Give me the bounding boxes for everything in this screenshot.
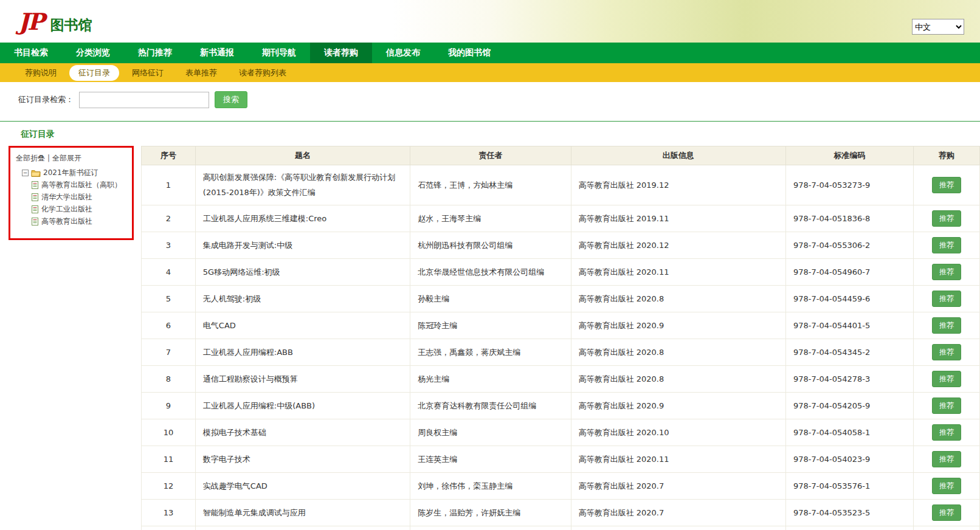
nav-item-7[interactable]: 我的图书馆 bbox=[434, 43, 505, 63]
table-row: 9 工业机器人应用编程:中级(ABB) 北京赛育达科教有限责任公司组编 高等教育… bbox=[142, 393, 980, 419]
tree-item-publisher[interactable]: 清华大学出版社 bbox=[32, 192, 128, 202]
cell-no: 11 bbox=[142, 446, 196, 473]
cell-publisher: 高等教育出版社 2019.12 bbox=[571, 165, 785, 205]
expand-all-link[interactable]: 全部展开 bbox=[52, 154, 81, 162]
recommend-button[interactable]: 推荐 bbox=[932, 317, 961, 334]
cell-no: 4 bbox=[142, 259, 196, 286]
search-label: 征订目录检索： bbox=[18, 94, 74, 105]
sub-nav: 荐购说明征订目录网络征订表单推荐读者荐购列表 bbox=[0, 63, 980, 82]
table-row: 8 通信工程勘察设计与概预算 杨光主编 高等教育出版社 2020.8 978-7… bbox=[142, 366, 980, 393]
catalog-tree-panel: 全部折叠|全部展开 2021年新书征订 高等 bbox=[9, 146, 134, 240]
cell-title: 工业机器人应用编程:中级(ABB) bbox=[195, 393, 410, 419]
section-title: 征订目录 bbox=[21, 129, 980, 140]
cell-title: 电路基础 bbox=[195, 526, 410, 530]
subnav-item-2[interactable]: 网络征订 bbox=[123, 65, 173, 81]
nav-item-6[interactable]: 信息发布 bbox=[372, 43, 434, 63]
main-nav: 书目检索分类浏览热门推荐新书通报期刊导航读者荐购信息发布我的图书馆 bbox=[0, 43, 980, 63]
cell-author: 孙毅主编 bbox=[410, 286, 571, 312]
column-header-0: 序号 bbox=[142, 146, 196, 165]
tree-item-publisher[interactable]: 化学工业出版社 bbox=[32, 204, 128, 215]
table-row: 3 集成电路开发与测试:中级 杭州朗迅科技有限公司组编 高等教育出版社 2020… bbox=[142, 232, 980, 259]
tree-item-publisher[interactable]: 高等教育出版社（高职） bbox=[32, 180, 128, 190]
search-button[interactable]: 搜索 bbox=[215, 91, 247, 108]
recommend-button[interactable]: 推荐 bbox=[932, 478, 961, 494]
collapse-all-link[interactable]: 全部折叠 bbox=[16, 154, 45, 162]
recommend-button[interactable]: 推荐 bbox=[932, 291, 961, 307]
cell-no: 14 bbox=[142, 526, 196, 530]
cell-author: 赵水，王海琴主编 bbox=[410, 205, 571, 232]
cell-publisher: 高等教育出版社 2020.7 bbox=[571, 473, 785, 500]
cell-isbn: 978-7-04-054459-6 bbox=[785, 286, 913, 312]
cell-title: 模拟电子技术基础 bbox=[195, 419, 410, 446]
cell-isbn: 978-7-04-051836-8 bbox=[785, 205, 913, 232]
table-row: 5 无人机驾驶:初级 孙毅主编 高等教育出版社 2020.8 978-7-04-… bbox=[142, 286, 980, 312]
tree-item-publisher[interactable]: 高等教育出版社 bbox=[32, 216, 128, 227]
cell-publisher: 高等教育出版社 2020.8 bbox=[571, 286, 785, 312]
cell-title: 电气CAD bbox=[195, 312, 410, 339]
recommend-button[interactable]: 推荐 bbox=[932, 210, 961, 227]
open-folder-icon bbox=[31, 169, 41, 177]
cell-no: 2 bbox=[142, 205, 196, 232]
cell-author: 刘坤，徐伟伟，栾玉静主编 bbox=[410, 473, 571, 500]
cell-author: 周良权主编 bbox=[410, 419, 571, 446]
cell-title: 实战趣学电气CAD bbox=[195, 473, 410, 500]
document-icon bbox=[32, 193, 38, 201]
catalog-table-wrap: 序号题名责任者出版信息标准编码荐购 1 高职创新发展强保障:《高等职业教育创新发… bbox=[141, 146, 980, 530]
recommend-button[interactable]: 推荐 bbox=[932, 504, 961, 521]
cell-action: 推荐 bbox=[913, 205, 979, 232]
cell-publisher: 高等教育出版社 2020.10 bbox=[571, 419, 785, 446]
table-row: 4 5G移动网络运维:初级 北京华晟经世信息技术有限公司组编 高等教育出版社 2… bbox=[142, 259, 980, 286]
recommend-button[interactable]: 推荐 bbox=[932, 398, 961, 414]
cell-title: 工业机器人应用系统三维建模:Creo bbox=[195, 205, 410, 232]
language-select[interactable]: 中文 bbox=[912, 19, 964, 35]
nav-item-2[interactable]: 热门推荐 bbox=[124, 43, 186, 63]
cell-author: 杨光主编 bbox=[410, 366, 571, 393]
divider bbox=[0, 121, 980, 122]
collapse-icon[interactable] bbox=[22, 170, 29, 176]
subnav-item-3[interactable]: 表单推荐 bbox=[176, 65, 226, 81]
cell-no: 5 bbox=[142, 286, 196, 312]
recommend-button[interactable]: 推荐 bbox=[932, 344, 961, 360]
recommend-button[interactable]: 推荐 bbox=[932, 237, 961, 253]
cell-publisher: 高等教育出版社 2020.9 bbox=[571, 312, 785, 339]
nav-item-4[interactable]: 期刊导航 bbox=[248, 43, 310, 63]
cell-action: 推荐 bbox=[913, 473, 979, 500]
recommend-button[interactable]: 推荐 bbox=[932, 264, 961, 280]
cell-isbn: 978-7-04-055306-2 bbox=[785, 232, 913, 259]
cell-author: 陈岁生，温贻芳，许妍妩主编 bbox=[410, 500, 571, 526]
nav-item-3[interactable]: 新书通报 bbox=[186, 43, 248, 63]
cell-no: 3 bbox=[142, 232, 196, 259]
separator: | bbox=[47, 154, 50, 162]
cell-isbn: 978-7-04-054023-9 bbox=[785, 446, 913, 473]
cell-publisher: 高等教育出版社 2019.11 bbox=[571, 526, 785, 530]
column-header-1: 题名 bbox=[195, 146, 410, 165]
document-icon bbox=[32, 181, 38, 189]
search-bar: 征订目录检索： 搜索 bbox=[0, 82, 980, 116]
table-row: 10 模拟电子技术基础 周良权主编 高等教育出版社 2020.10 978-7-… bbox=[142, 419, 980, 446]
cell-title: 通信工程勘察设计与概预算 bbox=[195, 366, 410, 393]
cell-publisher: 高等教育出版社 2020.8 bbox=[571, 339, 785, 366]
recommend-button[interactable]: 推荐 bbox=[932, 424, 961, 441]
subnav-item-1[interactable]: 征订目录 bbox=[69, 65, 119, 81]
cell-publisher: 高等教育出版社 2020.9 bbox=[571, 393, 785, 419]
cell-isbn: 978-7-04-053576-1 bbox=[785, 473, 913, 500]
nav-item-1[interactable]: 分类浏览 bbox=[62, 43, 124, 63]
recommend-button[interactable]: 推荐 bbox=[932, 371, 961, 387]
table-body: 1 高职创新发展强保障:《高等职业教育创新发展行动计划(2015-2018年)》… bbox=[142, 165, 980, 530]
nav-item-5[interactable]: 读者荐购 bbox=[310, 43, 372, 63]
cell-author: 石范锋，王博，方灿林主编 bbox=[410, 165, 571, 205]
cell-author: 北京华晟经世信息技术有限公司组编 bbox=[410, 259, 571, 286]
recommend-button[interactable]: 推荐 bbox=[932, 177, 961, 193]
nav-item-0[interactable]: 书目检索 bbox=[0, 43, 62, 63]
cell-action: 推荐 bbox=[913, 312, 979, 339]
subnav-item-0[interactable]: 荐购说明 bbox=[16, 65, 66, 81]
cell-action: 推荐 bbox=[913, 500, 979, 526]
cell-no: 13 bbox=[142, 500, 196, 526]
document-icon bbox=[32, 218, 38, 225]
subnav-item-4[interactable]: 读者荐购列表 bbox=[230, 65, 295, 81]
cell-author: 王连英主编 bbox=[410, 446, 571, 473]
search-input[interactable] bbox=[79, 92, 209, 108]
cell-isbn: 978-7-04-054401-5 bbox=[785, 312, 913, 339]
tree-root-node[interactable]: 2021年新书征订 bbox=[22, 168, 128, 178]
recommend-button[interactable]: 推荐 bbox=[932, 451, 961, 467]
